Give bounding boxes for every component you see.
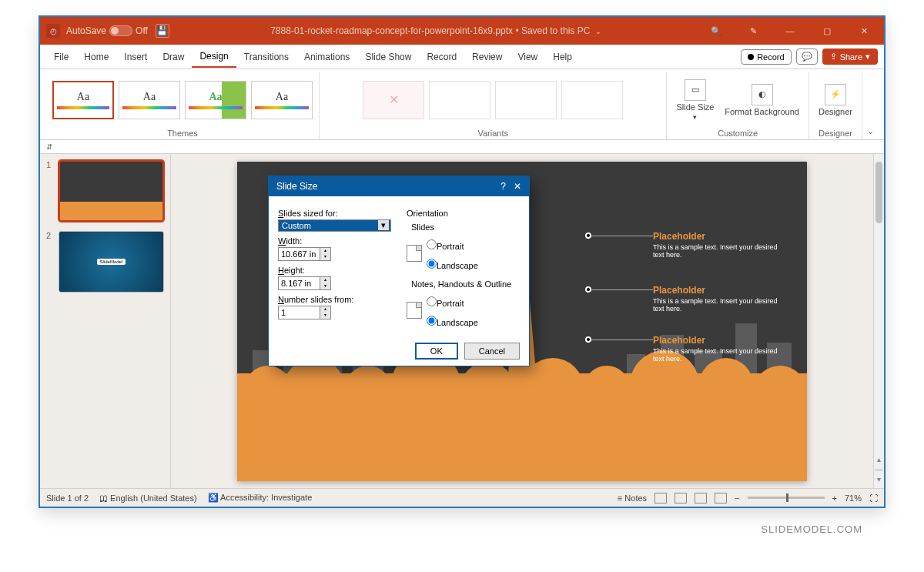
search-icon[interactable]: 🔍: [702, 20, 730, 42]
record-label: Record: [757, 52, 784, 62]
sized-for-combo[interactable]: Custom: [278, 219, 391, 232]
tab-view[interactable]: View: [510, 47, 545, 67]
autosave-toggle[interactable]: AutoSave Off: [66, 25, 148, 36]
theme-thumbnail[interactable]: Aa: [251, 81, 313, 119]
width-label: Width:: [278, 236, 391, 246]
thumbnail-item[interactable]: 1: [46, 160, 164, 222]
close-button[interactable]: ✕: [850, 20, 878, 42]
placeholder-item[interactable]: Placeholder This is a sample text. Inser…: [653, 231, 784, 259]
format-background-button[interactable]: ◐Format Background: [721, 82, 802, 118]
tab-slideshow[interactable]: Slide Show: [357, 47, 419, 67]
prev-slide-icon[interactable]: ▴: [877, 455, 881, 463]
toggle-switch-icon[interactable]: [109, 25, 132, 36]
spin-down-icon[interactable]: ▾: [320, 283, 330, 289]
tab-file[interactable]: File: [46, 47, 76, 67]
placeholder-item[interactable]: Placeholder This is a sample text. Inser…: [653, 335, 784, 363]
width-input[interactable]: ▴▾: [278, 247, 332, 261]
slide-thumbnail-1[interactable]: [59, 160, 164, 222]
variant-thumbnail[interactable]: [429, 81, 490, 119]
theme-thumbnail[interactable]: Aa: [52, 81, 114, 119]
document-title[interactable]: 7888-01-rocket-roadmap-concept-for-power…: [169, 25, 702, 36]
filename-text: 7888-01-rocket-roadmap-concept-for-power…: [270, 25, 513, 36]
variant-thumbnail[interactable]: [561, 81, 623, 119]
title-bar-controls: 🔍 ✎ — ▢ ✕: [702, 20, 878, 42]
slide-counter[interactable]: Slide 1 of 2: [46, 493, 89, 503]
close-icon[interactable]: ✕: [514, 181, 521, 192]
next-slide-icon[interactable]: ▾: [877, 475, 881, 483]
height-input[interactable]: ▴▾: [278, 276, 332, 290]
pen-icon[interactable]: ✎: [739, 20, 767, 42]
placeholder-title: Placeholder: [653, 285, 784, 296]
autosave-label: AutoSave: [66, 25, 106, 36]
slide-size-button[interactable]: ▭Slide Size▾: [673, 78, 717, 122]
workspace: 1 2 SlideModel: [40, 154, 884, 488]
zoom-slider[interactable]: [748, 497, 825, 499]
slide-thumbnail-panel[interactable]: 1 2 SlideModel: [40, 154, 171, 488]
comments-button[interactable]: 💬: [796, 49, 818, 65]
thumbnail-item[interactable]: 2 SlideModel: [46, 231, 164, 293]
slides-portrait-radio[interactable]: Portrait: [427, 239, 478, 251]
tab-insert[interactable]: Insert: [116, 47, 155, 67]
slides-landscape-radio[interactable]: Landscape: [427, 259, 478, 270]
zoom-out-button[interactable]: −: [735, 493, 739, 503]
scrollbar-thumb[interactable]: [875, 162, 882, 223]
language-status[interactable]: 🕮 English (United States): [99, 493, 197, 503]
minimize-button[interactable]: —: [776, 20, 804, 42]
ribbon-collapse-button[interactable]: ⌄: [862, 72, 878, 139]
number-from-input[interactable]: ▴▾: [278, 306, 332, 319]
notes-portrait-radio[interactable]: Portrait: [427, 296, 478, 308]
slide-thumbnail-2[interactable]: SlideModel: [59, 231, 164, 293]
tab-home[interactable]: Home: [76, 47, 116, 67]
spin-down-icon[interactable]: ▾: [320, 254, 330, 260]
qat-chevron-icon[interactable]: ⇵: [46, 142, 52, 151]
ok-button[interactable]: OK: [415, 343, 458, 360]
tab-review[interactable]: Review: [464, 47, 510, 67]
placeholder-item[interactable]: Placeholder This is a sample text. Inser…: [653, 285, 784, 313]
accessibility-status[interactable]: ♿ Accessibility: Investigate: [208, 493, 313, 503]
share-button[interactable]: ⇪Share▾: [822, 49, 878, 65]
designer-button[interactable]: ⚡Designer: [815, 82, 855, 118]
fit-to-window-icon[interactable]: ⛶: [869, 493, 878, 503]
group-label: Customize: [718, 127, 758, 139]
spin-up-icon[interactable]: ▴: [320, 306, 330, 313]
chevron-down-icon[interactable]: ⌄: [595, 28, 601, 35]
slideshow-view-icon[interactable]: [715, 493, 727, 503]
placeholder-body: This is a sample text. Insert your desir…: [653, 243, 784, 259]
cancel-button[interactable]: Cancel: [464, 343, 520, 360]
notes-landscape-radio[interactable]: Landscape: [427, 316, 478, 327]
app-window: ◴ AutoSave Off 💾 7888-01-rocket-roadmap-…: [38, 15, 886, 508]
dialog-left-column: Slides sized for: Custom Width: ▴▾ Heigh…: [278, 204, 391, 329]
save-icon[interactable]: 💾: [156, 24, 169, 38]
sorter-view-icon[interactable]: [675, 493, 687, 503]
record-dot-icon: [748, 54, 754, 60]
status-bar: Slide 1 of 2 🕮 English (United States) ♿…: [40, 488, 884, 507]
tab-animations[interactable]: Animations: [296, 47, 357, 67]
variant-thumbnail[interactable]: ✕: [363, 81, 424, 119]
theme-thumbnail[interactable]: Aa: [119, 81, 180, 119]
tab-transitions[interactable]: Transitions: [236, 47, 296, 67]
slide-canvas[interactable]: Placeholder This is a sample text. Inser…: [237, 162, 807, 481]
vertical-scrollbar[interactable]: ▴ — ▾: [873, 154, 884, 488]
dialog-title-bar[interactable]: Slide Size ? ✕: [269, 176, 529, 196]
tab-design[interactable]: Design: [192, 46, 236, 68]
spin-up-icon[interactable]: ▴: [320, 277, 330, 283]
spin-down-icon[interactable]: ▾: [320, 313, 330, 319]
slide-canvas-area[interactable]: Placeholder This is a sample text. Inser…: [171, 154, 873, 488]
customize-group: ▭Slide Size▾ ◐Format Background Customiz…: [667, 72, 809, 139]
slide-nav-arrows: ▴ — ▾: [874, 455, 884, 483]
tab-help[interactable]: Help: [545, 47, 580, 67]
normal-view-icon[interactable]: [654, 493, 667, 503]
variant-thumbnail[interactable]: [495, 81, 557, 119]
record-button[interactable]: Record: [741, 49, 791, 65]
tab-draw[interactable]: Draw: [155, 47, 192, 67]
zoom-in-button[interactable]: +: [832, 493, 837, 503]
maximize-button[interactable]: ▢: [813, 20, 841, 42]
sized-for-label: Slides sized for:: [278, 209, 391, 218]
reading-view-icon[interactable]: [695, 493, 707, 503]
theme-thumbnail[interactable]: Aa: [185, 81, 246, 119]
tab-record[interactable]: Record: [419, 47, 464, 67]
spin-up-icon[interactable]: ▴: [320, 248, 330, 254]
help-icon[interactable]: ?: [500, 181, 506, 192]
zoom-level[interactable]: 71%: [845, 493, 862, 503]
notes-button[interactable]: ≡ Notes: [618, 493, 647, 503]
